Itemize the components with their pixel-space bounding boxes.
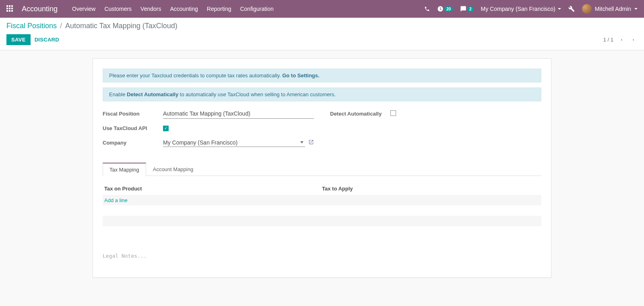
- user-menu[interactable]: Mitchell Admin: [582, 4, 638, 14]
- label-company: Company: [103, 140, 163, 146]
- go-to-settings-link[interactable]: Go to Settings.: [282, 72, 319, 79]
- form-col-left: Fiscal Position Use TaxCloud API Company: [103, 108, 314, 151]
- label-detect-auto: Detect Automatically: [330, 111, 390, 117]
- label-use-taxcloud: Use TaxCloud API: [103, 125, 163, 131]
- input-fiscal-position[interactable]: [163, 109, 314, 119]
- form-background: Please enter your Taxcloud credentials t…: [0, 50, 644, 294]
- tab-content-tax-mapping: Tax on Product Tax to Apply Add a line: [103, 176, 541, 243]
- table-header: Tax on Product Tax to Apply: [103, 182, 541, 195]
- table-row: [103, 205, 541, 216]
- apps-menu-icon[interactable]: [6, 5, 14, 12]
- form-col-right: Detect Automatically: [330, 108, 541, 151]
- company-name: My Company (San Francisco): [481, 6, 555, 12]
- breadcrumb-parent[interactable]: Fiscal Positions: [6, 22, 57, 30]
- alert-text: Please enter your Taxcloud credentials t…: [109, 72, 282, 79]
- pager: 1 / 1: [603, 36, 638, 44]
- tab-account-mapping[interactable]: Account Mapping: [146, 163, 200, 176]
- messages-icon[interactable]: 2: [460, 6, 474, 12]
- avatar: [582, 4, 592, 14]
- tab-tax-mapping[interactable]: Tax Mapping: [103, 163, 146, 176]
- user-name: Mitchell Admin: [595, 6, 631, 12]
- pager-text[interactable]: 1 / 1: [603, 37, 613, 43]
- field-detect-auto: Detect Automatically: [330, 108, 541, 119]
- menu-vendors[interactable]: Vendors: [140, 6, 161, 12]
- checkbox-use-taxcloud[interactable]: [163, 126, 169, 131]
- form-grid: Fiscal Position Use TaxCloud API Company: [103, 108, 541, 151]
- app-brand[interactable]: Accounting: [22, 5, 58, 13]
- caret-down-icon: [558, 8, 561, 10]
- tabs: Tax Mapping Account Mapping: [103, 163, 541, 176]
- activity-badge: 20: [444, 6, 453, 12]
- input-company[interactable]: [163, 139, 305, 147]
- messages-badge: 2: [467, 6, 474, 12]
- breadcrumb: Fiscal Positions / Automatic Tax Mapping…: [6, 22, 638, 30]
- discard-button[interactable]: Discard: [31, 34, 63, 45]
- col-tax-to-apply: Tax to Apply: [322, 186, 540, 192]
- pager-prev-button[interactable]: [617, 36, 625, 44]
- phone-icon[interactable]: [424, 6, 430, 12]
- table-row: [103, 216, 541, 226]
- col-tax-on-product: Tax on Product: [104, 186, 322, 192]
- table-row: Add a line: [103, 195, 541, 205]
- alert-detect-auto: Enable Detect Automatically to automatic…: [103, 87, 541, 101]
- alert-pre: Enable: [109, 91, 127, 97]
- field-fiscal-position: Fiscal Position: [103, 108, 314, 119]
- add-line-link[interactable]: Add a line: [103, 195, 129, 206]
- menu-overview[interactable]: Overview: [72, 6, 95, 12]
- alert-strong: Detect Automatically: [127, 91, 178, 97]
- checkbox-detect-auto[interactable]: [390, 110, 396, 116]
- alert-post: to automatically use TaxCloud when selli…: [178, 91, 336, 97]
- caret-down-icon: [634, 8, 638, 10]
- company-switcher[interactable]: My Company (San Francisco): [481, 6, 561, 12]
- main-menu: Overview Customers Vendors Accounting Re…: [72, 6, 274, 12]
- control-panel: Fiscal Positions / Automatic Tax Mapping…: [0, 18, 644, 50]
- breadcrumb-current: Automatic Tax Mapping (TaxCloud): [65, 22, 178, 30]
- form-sheet: Please enter your Taxcloud credentials t…: [93, 58, 551, 278]
- legal-notes-textarea[interactable]: [103, 251, 541, 267]
- save-button[interactable]: Save: [6, 34, 31, 45]
- menu-accounting[interactable]: Accounting: [170, 6, 198, 12]
- legal-notes-field: [103, 251, 541, 268]
- top-navbar: Accounting Overview Customers Vendors Ac…: [0, 0, 644, 18]
- menu-configuration[interactable]: Configuration: [240, 6, 273, 12]
- menu-reporting[interactable]: Reporting: [207, 6, 231, 12]
- activity-icon[interactable]: 20: [437, 6, 453, 12]
- field-use-taxcloud: Use TaxCloud API: [103, 122, 314, 134]
- alert-credentials: Please enter your Taxcloud credentials t…: [103, 68, 541, 83]
- menu-customers[interactable]: Customers: [104, 6, 132, 12]
- nav-right: 20 2 My Company (San Francisco) Mitchell…: [424, 4, 638, 14]
- pager-next-button[interactable]: [630, 36, 638, 44]
- debug-icon[interactable]: [568, 6, 575, 12]
- external-link-icon[interactable]: [308, 139, 314, 146]
- breadcrumb-separator: /: [60, 22, 62, 30]
- table-body: Add a line: [103, 195, 541, 243]
- input-company-text[interactable]: [163, 139, 300, 146]
- field-company: Company: [103, 137, 314, 148]
- caret-down-icon[interactable]: [300, 141, 303, 143]
- label-fiscal-position: Fiscal Position: [103, 111, 163, 117]
